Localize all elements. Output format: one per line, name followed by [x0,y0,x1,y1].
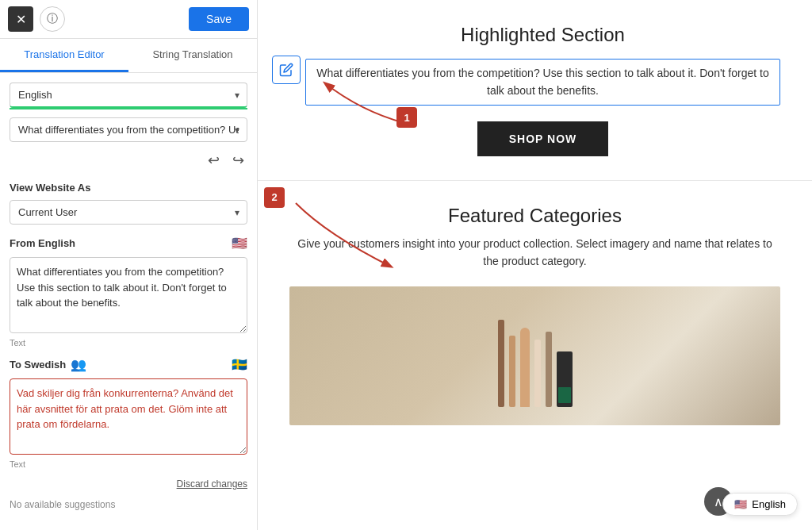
language-badge[interactable]: 🇺🇸 English [722,493,798,516]
top-bar: ✕ ⓘ Save [0,0,257,39]
left-panel: ✕ ⓘ Save Translation Editor String Trans… [0,0,258,530]
tab-translation-editor[interactable]: Translation Editor [0,39,128,72]
cosmetic-item-5 [546,332,552,407]
featured-section-desc: Give your customers insight into your pr… [289,235,780,271]
discard-row: Discard changes [10,478,247,490]
language-dropdown-wrapper: English [10,83,247,109]
cosmetic-item-2 [509,336,515,407]
featured-section: Featured Categories Give your customers … [258,181,812,425]
string-dropdown-wrapper: What differentiates you from the competi… [10,117,247,142]
to-section-header: To Swedish 👥 🇸🇪 [10,357,247,372]
info-button[interactable]: ⓘ [40,6,65,32]
shop-now-button[interactable]: SHOP NOW [477,121,609,156]
cosmetic-item-6 [557,351,573,407]
cosmetic-item-3 [520,328,530,407]
tab-string-translation[interactable]: String Translation [128,39,257,72]
highlighted-section-title: Highlighted Section [305,24,780,46]
to-section-label: To Swedish [10,359,66,371]
redo-button[interactable]: ↪ [229,150,247,171]
undo-button[interactable]: ↩ [205,150,223,171]
undo-redo-row: ↩ ↪ [10,150,247,171]
lang-badge-flag: 🇺🇸 [734,498,747,510]
to-flag: 🇸🇪 [232,357,247,372]
panel-content: English What differentiates you from the… [0,73,257,530]
cosmetic-item-1 [498,320,504,407]
highlighted-section-body: What differentiates you from the competi… [305,59,780,106]
to-textarea[interactable]: Vad skiljer dig från konkurrenterna? Anv… [10,378,247,455]
lang-badge-label: English [752,498,786,510]
current-user-dropdown-wrapper: Current User [10,200,247,225]
current-user-dropdown[interactable]: Current User [10,200,247,225]
to-lang-row: To Swedish 👥 [10,357,86,372]
highlighted-section: Highlighted Section What differentiates … [258,0,812,181]
right-panel: Highlighted Section What differentiates … [258,0,812,530]
product-image [289,286,780,425]
annotation-badge-1: 1 [396,107,417,128]
from-flag: 🇺🇸 [232,236,247,251]
edit-pencil-button[interactable] [272,56,301,84]
language-dropdown[interactable]: English [10,83,247,108]
from-section-header: From English 🇺🇸 [10,236,247,251]
view-website-section: View Website As Current User [10,182,247,225]
to-textarea-label: Text [10,459,247,469]
from-textarea[interactable]: What differentiates you from the competi… [10,257,247,333]
close-button[interactable]: ✕ [8,6,33,32]
cosmetic-items [498,304,573,407]
string-dropdown[interactable]: What differentiates you from the competi… [10,117,247,142]
people-icon: 👥 [71,357,86,372]
no-suggestions-text: No available suggestions [10,494,247,520]
view-website-label: View Website As [10,182,247,194]
discard-link[interactable]: Discard changes [177,478,247,490]
annotation-badge-2: 2 [264,187,285,208]
cosmetic-item-4 [534,340,541,407]
tabs-bar: Translation Editor String Translation [0,39,257,73]
from-section-label: From English [10,237,75,249]
featured-section-title: Featured Categories [289,205,780,227]
from-textarea-label: Text [10,338,247,348]
save-button[interactable]: Save [189,7,249,31]
